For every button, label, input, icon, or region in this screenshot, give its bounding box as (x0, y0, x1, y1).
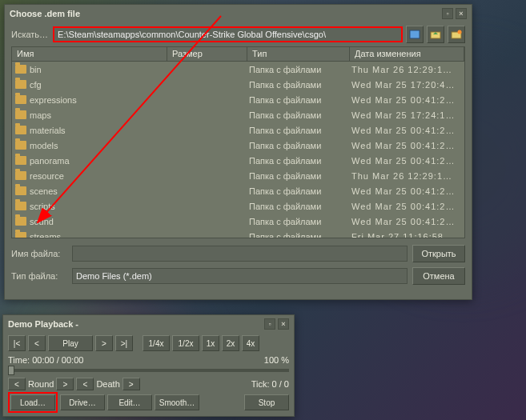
playback-close-icon[interactable]: × (278, 318, 289, 330)
table-row[interactable]: scenesПапка с файламиWed Mar 25 00:41:2… (12, 183, 464, 198)
table-row[interactable]: panoramaПапка с файламиWed Mar 25 00:41:… (12, 153, 464, 168)
file-name: streams (30, 232, 61, 238)
round-prev-button[interactable]: < (8, 378, 26, 390)
file-type: Папка с файлами (249, 171, 351, 181)
folder-icon (15, 202, 26, 210)
file-date: Thu Mar 26 12:29:1… (351, 171, 464, 181)
table-row[interactable]: mapsПапка с файламиWed Mar 25 17:24:1… (12, 107, 464, 122)
file-name: maps (30, 110, 51, 120)
file-name: sound (30, 217, 54, 226)
filetype-label: Тип файла: (11, 271, 67, 281)
speed-quarter-button[interactable]: 1/4x (143, 335, 170, 351)
step-forward-button[interactable]: > (95, 335, 113, 351)
file-type: Папка с файлами (249, 156, 351, 166)
chooser-titlebar[interactable]: Choose .dem file ▫ × (5, 5, 472, 22)
column-size[interactable]: Размер (167, 47, 247, 62)
round-label: Round (28, 379, 54, 389)
slider-thumb-icon[interactable] (8, 366, 14, 375)
goto-end-button[interactable]: >| (115, 335, 133, 351)
speed-1x-button[interactable]: 1x (202, 335, 219, 351)
window-close-icon[interactable]: × (456, 8, 467, 19)
filename-input[interactable] (72, 246, 408, 262)
column-name[interactable]: Имя (12, 47, 167, 62)
folder-icon (15, 186, 26, 195)
display-mode-icon[interactable] (406, 26, 424, 43)
file-name: scenes (30, 186, 58, 196)
playback-title: Demo Playback - (8, 319, 78, 329)
speed-4x-button[interactable]: 4x (242, 335, 259, 351)
window-minimize-icon[interactable]: ▫ (442, 8, 453, 19)
file-type: Папка с файлами (249, 232, 351, 238)
file-date: Wed Mar 25 00:41:2… (351, 141, 464, 150)
edit-button[interactable]: Edit… (107, 394, 152, 410)
table-row[interactable]: modelsПапка с файламиWed Mar 25 00:41:2… (12, 138, 464, 153)
folder-icon (15, 80, 26, 89)
folder-icon (15, 65, 26, 74)
cancel-button[interactable]: Отмена (412, 267, 465, 285)
file-chooser-window: Choose .dem file ▫ × Искать… Имя Размер … (4, 4, 472, 300)
file-type: Папка с файлами (249, 65, 351, 74)
table-row[interactable]: streamsПапка с файламиFri Mar 27 11:16:5… (12, 229, 464, 238)
speed-readout: 100 % (264, 355, 289, 365)
file-name: scripts (30, 202, 55, 211)
filetype-select[interactable]: Demo Files (*.dem) (72, 268, 408, 284)
file-list: Имя Размер Тип Дата изменения binПапка с… (11, 46, 465, 238)
folder-icon (15, 171, 26, 180)
table-row[interactable]: cfgПапка с файламиWed Mar 25 17:20:4… (12, 77, 464, 92)
folder-icon (15, 156, 26, 165)
folder-icon (15, 126, 26, 134)
path-input[interactable] (53, 26, 403, 42)
playback-minimize-icon[interactable]: ▫ (264, 318, 275, 330)
svg-point-3 (458, 30, 462, 34)
table-row[interactable]: resourceПапка с файламиThu Mar 26 12:29:… (12, 168, 464, 183)
smooth-button[interactable]: Smooth… (155, 394, 199, 410)
folder-icon (15, 95, 26, 104)
folder-icon (15, 217, 26, 226)
folder-icon (15, 110, 26, 119)
goto-start-button[interactable]: |< (8, 335, 26, 351)
file-name: panorama (30, 156, 70, 166)
death-prev-button[interactable]: < (76, 378, 94, 390)
table-row[interactable]: scriptsПапка с файламиWed Mar 25 00:41:2… (12, 198, 464, 214)
round-next-button[interactable]: > (56, 378, 74, 390)
folder-icon (15, 232, 26, 238)
up-folder-icon[interactable] (427, 26, 444, 43)
file-type: Папка с файлами (249, 202, 351, 211)
table-row[interactable]: expressionsПапка с файламиWed Mar 25 00:… (12, 92, 464, 107)
drive-button[interactable]: Drive… (60, 394, 105, 410)
file-date: Wed Mar 25 00:41:2… (351, 186, 464, 196)
file-date: Wed Mar 25 17:20:4… (351, 80, 464, 90)
file-date: Wed Mar 25 17:24:1… (351, 110, 464, 120)
new-folder-icon[interactable] (448, 26, 465, 43)
file-type: Папка с файлами (249, 80, 351, 90)
death-next-button[interactable]: > (122, 378, 140, 390)
stop-button[interactable]: Stop (244, 394, 289, 410)
playback-titlebar[interactable]: Demo Playback - ▫ × (3, 315, 294, 333)
table-row[interactable]: materialsПапка с файламиWed Mar 25 00:41… (12, 122, 464, 138)
table-row[interactable]: binПапка с файламиThu Mar 26 12:29:1… (12, 62, 464, 77)
filetype-value: Demo Files (*.dem) (76, 271, 152, 281)
speed-2x-button[interactable]: 2x (222, 335, 239, 351)
step-back-button[interactable]: < (28, 335, 46, 351)
column-type[interactable]: Тип (247, 47, 350, 62)
file-name: bin (30, 65, 42, 74)
file-date: Wed Mar 25 00:41:2… (351, 95, 464, 105)
file-name: expressions (30, 95, 77, 105)
folder-icon (15, 141, 26, 150)
load-highlight-box: Load… (8, 392, 58, 413)
table-row[interactable]: soundПапка с файламиWed Mar 25 00:41:2… (12, 214, 464, 229)
file-date: Fri Mar 27 11:16:58 … (351, 232, 464, 238)
file-type: Папка с файлами (249, 95, 351, 105)
tick-readout: Tick: 0 / 0 (251, 379, 289, 389)
open-button[interactable]: Открыть (412, 245, 465, 262)
load-button[interactable]: Load… (10, 394, 55, 410)
column-date[interactable]: Дата изменения (350, 47, 464, 62)
file-type: Папка с файлами (249, 217, 351, 226)
file-type: Папка с файлами (249, 110, 351, 120)
file-type: Папка с файлами (249, 141, 351, 150)
filename-label: Имя файла: (11, 249, 67, 258)
file-name: cfg (30, 80, 42, 90)
play-button[interactable]: Play (48, 335, 93, 351)
timeline-slider[interactable] (8, 369, 289, 372)
speed-half-button[interactable]: 1/2x (172, 335, 199, 351)
